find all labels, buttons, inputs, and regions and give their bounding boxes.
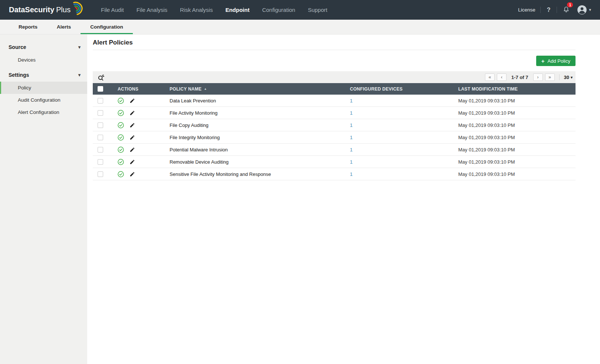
divider xyxy=(559,74,560,80)
pagination-prev-button[interactable]: ‹ xyxy=(497,73,506,81)
primary-nav: File Audit File Analysis Risk Analysis E… xyxy=(101,7,327,13)
sidebar-item-devices[interactable]: Devices xyxy=(0,54,87,66)
column-header-configured-devices[interactable]: CONFIGURED DEVICES xyxy=(345,86,453,92)
brand-name-bold: DataSecurity xyxy=(9,6,54,14)
row-checkbox[interactable] xyxy=(98,122,103,128)
last-modification-time: May 01,2019 09:03:10 PM xyxy=(453,135,576,140)
notifications-bell-icon[interactable]: 1 xyxy=(562,5,572,15)
pagination-last-button[interactable]: » xyxy=(545,73,555,81)
column-header-policy-name[interactable]: POLICY NAME ▲ xyxy=(165,86,345,92)
row-checkbox-cell xyxy=(93,110,113,116)
table-row: File Activity Monitoring 1 May 01,2019 0… xyxy=(93,107,576,119)
configured-devices-link[interactable]: 1 xyxy=(350,147,353,153)
table-row: File Integrity Monitoring 1 May 01,2019 … xyxy=(93,131,576,144)
license-link[interactable]: License xyxy=(518,7,535,13)
edit-policy-icon[interactable] xyxy=(129,122,135,128)
policy-name: File Integrity Monitoring xyxy=(165,135,345,140)
chevron-down-icon: ▾ xyxy=(571,75,573,79)
plus-icon: + xyxy=(541,58,545,64)
brand-logo[interactable]: DataSecurityPlus xyxy=(9,4,88,16)
policy-enabled-icon[interactable] xyxy=(118,98,124,104)
pagination-first-button[interactable]: « xyxy=(485,73,495,81)
edit-policy-icon[interactable] xyxy=(129,110,135,116)
brand-name: DataSecurityPlus xyxy=(9,6,71,14)
nav-file-audit[interactable]: File Audit xyxy=(101,7,124,13)
row-checkbox-cell xyxy=(93,159,113,165)
page-size-dropdown[interactable]: 30 ▾ xyxy=(564,75,573,80)
nav-support[interactable]: Support xyxy=(308,7,328,13)
configured-devices-link[interactable]: 1 xyxy=(350,171,353,177)
sidebar-item-alert-configuration[interactable]: Alert Configuration xyxy=(0,106,87,118)
column-header-last-modification-time[interactable]: LAST MODIFICATION TIME xyxy=(453,86,576,92)
configured-devices-link[interactable]: 1 xyxy=(350,110,353,116)
row-checkbox[interactable] xyxy=(98,171,103,177)
row-actions-cell xyxy=(113,171,165,177)
column-header-actions[interactable]: ACTIONS xyxy=(113,86,165,92)
content-area: Source ▾ Devices Settings ▾ Policy Audit… xyxy=(0,35,600,364)
nav-configuration[interactable]: Configuration xyxy=(262,7,295,13)
header-checkbox-cell xyxy=(93,86,113,92)
edit-policy-icon[interactable] xyxy=(129,98,135,104)
tab-reports[interactable]: Reports xyxy=(9,20,47,34)
nav-risk-analysis[interactable]: Risk Analysis xyxy=(180,7,213,13)
configured-devices-link[interactable]: 1 xyxy=(350,98,353,104)
row-checkbox[interactable] xyxy=(98,110,103,116)
row-checkbox[interactable] xyxy=(98,135,103,140)
nav-endpoint[interactable]: Endpoint xyxy=(225,7,249,13)
row-checkbox-cell xyxy=(93,122,113,128)
row-actions-cell xyxy=(113,98,165,104)
sidebar-group-source[interactable]: Source ▾ xyxy=(0,38,87,54)
row-checkbox[interactable] xyxy=(98,159,103,165)
table-header: ACTIONS POLICY NAME ▲ CONFIGURED DEVICES… xyxy=(93,83,576,95)
table-row: Removable Device Auditing 1 May 01,2019 … xyxy=(93,156,576,168)
help-icon[interactable]: ? xyxy=(545,7,552,13)
tab-alerts[interactable]: Alerts xyxy=(47,20,81,34)
add-policy-button[interactable]: + Add Policy xyxy=(536,56,576,66)
policy-enabled-icon[interactable] xyxy=(118,110,124,116)
chevron-down-icon: ▾ xyxy=(78,72,81,78)
select-all-checkbox[interactable] xyxy=(98,86,103,92)
edit-policy-icon[interactable] xyxy=(129,135,135,140)
policy-name: File Activity Monitoring xyxy=(165,110,345,116)
row-actions-cell xyxy=(113,147,165,153)
configured-devices-link[interactable]: 1 xyxy=(350,135,353,140)
table-row: Sensitive File Activity Monitoring and R… xyxy=(93,168,576,180)
row-checkbox[interactable] xyxy=(98,147,103,153)
policy-enabled-icon[interactable] xyxy=(118,171,124,177)
nav-file-analysis[interactable]: File Analysis xyxy=(137,7,167,13)
table-toolbar: « ‹ 1-7 of 7 › » 30 ▾ xyxy=(93,71,576,83)
policy-name: Potential Malware Intrusion xyxy=(165,147,345,153)
configured-devices-cell: 1 xyxy=(345,135,453,140)
sidebar-group-settings[interactable]: Settings ▾ xyxy=(0,66,87,82)
configured-devices-link[interactable]: 1 xyxy=(350,159,353,165)
tab-configuration[interactable]: Configuration xyxy=(81,20,132,34)
last-modification-time: May 01,2019 09:03:10 PM xyxy=(453,171,576,177)
row-checkbox[interactable] xyxy=(98,98,103,104)
user-avatar-icon xyxy=(577,5,587,15)
sidebar-group-label: Settings xyxy=(9,72,29,78)
search-icon[interactable] xyxy=(97,73,105,81)
user-menu[interactable]: ▾ xyxy=(577,5,591,15)
policy-enabled-icon[interactable] xyxy=(118,134,124,141)
configured-devices-link[interactable]: 1 xyxy=(350,122,353,128)
edit-policy-icon[interactable] xyxy=(129,171,135,177)
sidebar-item-policy[interactable]: Policy xyxy=(0,82,87,94)
brand-name-light: Plus xyxy=(56,6,71,14)
configured-devices-cell: 1 xyxy=(345,159,453,165)
table-row: Potential Malware Intrusion 1 May 01,201… xyxy=(93,144,576,156)
configured-devices-cell: 1 xyxy=(345,110,453,116)
sidebar-item-audit-configuration[interactable]: Audit Configuration xyxy=(0,94,87,106)
edit-policy-icon[interactable] xyxy=(129,159,135,165)
secondary-nav: Reports Alerts Configuration xyxy=(0,20,600,35)
policy-enabled-icon[interactable] xyxy=(118,122,124,128)
row-actions-cell xyxy=(113,134,165,141)
policy-enabled-icon[interactable] xyxy=(118,159,124,165)
row-checkbox-cell xyxy=(93,171,113,177)
row-checkbox-cell xyxy=(93,135,113,140)
edit-policy-icon[interactable] xyxy=(129,147,135,153)
pagination-next-button[interactable]: › xyxy=(533,73,543,81)
row-actions-cell xyxy=(113,159,165,165)
policy-enabled-icon[interactable] xyxy=(118,147,124,153)
page-title: Alert Policies xyxy=(93,39,576,50)
main-panel: Alert Policies + Add Policy « ‹ 1-7 of 7 xyxy=(87,35,600,364)
